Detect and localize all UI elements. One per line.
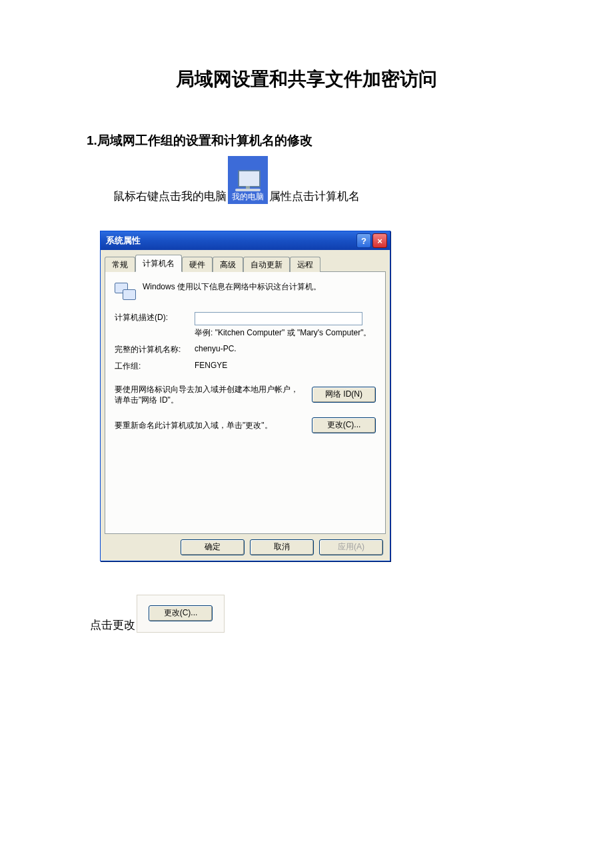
tab-hardware[interactable]: 硬件 [182, 257, 213, 272]
tab-row: 常规 计算机名 硬件 高级 自动更新 远程 [105, 254, 386, 272]
system-properties-dialog: 系统属性 ? × 常规 计算机名 硬件 高级 自动更新 远程 Windows 使… [100, 231, 390, 561]
computer-description-input[interactable] [195, 312, 362, 325]
doc-title: 局域网设置和共享文件加密访问 [87, 67, 526, 92]
tab-computer-name[interactable]: 计算机名 [135, 255, 182, 272]
tab-remote[interactable]: 远程 [290, 257, 320, 272]
help-icon[interactable]: ? [356, 233, 371, 248]
ok-button[interactable]: 确定 [181, 539, 245, 555]
network-id-text: 要使用网络标识向导去加入域并创建本地用户帐户，请单击"网络 ID"。 [115, 384, 312, 405]
my-computer-icon: 我的电脑 [228, 156, 268, 204]
workgroup-label: 工作组: [115, 361, 195, 372]
monitor-icon [235, 170, 261, 191]
tab-general[interactable]: 常规 [105, 257, 135, 272]
change-button-snippet: 更改(C)... [137, 595, 225, 633]
change-button-inline[interactable]: 更改(C)... [149, 605, 213, 621]
apply-button[interactable]: 应用(A) [319, 539, 383, 555]
dialog-titlebar[interactable]: 系统属性 ? × [101, 231, 390, 250]
network-computers-icon [115, 281, 136, 303]
full-name-label: 完整的计算机名称: [115, 344, 195, 355]
click-change-text: 点击更改 [90, 617, 135, 633]
network-id-button[interactable]: 网络 ID(N) [312, 387, 376, 403]
dialog-button-row: 确定 取消 应用(A) [105, 534, 386, 555]
change-text: 要重新命名此计算机或加入域，单击"更改"。 [115, 420, 312, 431]
close-icon[interactable]: × [372, 233, 387, 248]
cancel-button[interactable]: 取消 [250, 539, 314, 555]
example-hint: 举例: "Kitchen Computer" 或 "Mary's Compute… [195, 328, 376, 339]
tab-auto-update[interactable]: 自动更新 [243, 257, 290, 272]
instruction-text-b: 属性点击计算机名 [269, 189, 360, 204]
instruction-line-2: 点击更改 更改(C)... [90, 595, 526, 633]
dialog-title: 系统属性 [106, 235, 141, 247]
full-name-value: chenyu-PC. [195, 344, 376, 353]
instruction-text-a: 鼠标右键点击我的电脑 [113, 189, 227, 204]
instruction-line-1: 鼠标右键点击我的电脑 我的电脑 属性点击计算机名 [113, 156, 526, 204]
desc-label: 计算机描述(D): [115, 312, 195, 323]
change-button[interactable]: 更改(C)... [312, 417, 376, 433]
workgroup-value: FENGYE [195, 361, 376, 370]
info-text: Windows 使用以下信息在网络中标识这台计算机。 [143, 281, 321, 293]
my-computer-caption: 我的电脑 [232, 191, 264, 203]
tab-advanced[interactable]: 高级 [213, 257, 243, 272]
section-heading-1: 1.局域网工作组的设置和计算机名的修改 [87, 132, 526, 149]
tab-pane-computer-name: Windows 使用以下信息在网络中标识这台计算机。 计算机描述(D): 举例:… [105, 272, 386, 534]
